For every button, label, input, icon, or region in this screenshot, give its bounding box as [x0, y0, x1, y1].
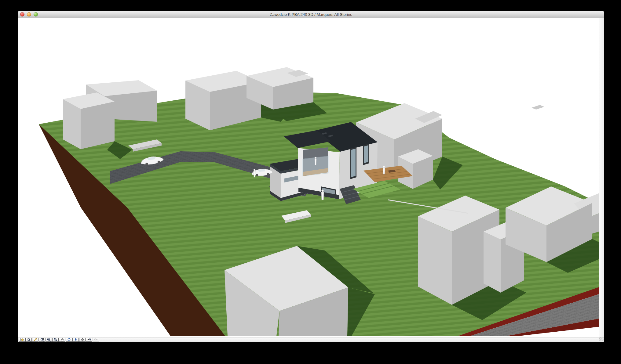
zoom-in-icon [47, 338, 51, 341]
resize-grip[interactable] [599, 337, 604, 341]
quick-options-icon [20, 338, 24, 341]
zoom-button[interactable] [34, 12, 38, 16]
scroll-hand-button[interactable] [59, 338, 65, 342]
content-area [18, 18, 604, 337]
navigation-toolbar [18, 337, 99, 342]
3d-viewport[interactable] [18, 18, 599, 337]
person-2[interactable] [321, 190, 324, 200]
3d-scene [18, 18, 599, 336]
distant-roof[interactable] [532, 105, 544, 110]
look-around-button[interactable] [79, 338, 86, 342]
look-around-icon [81, 338, 84, 341]
window-title: Zawodzie K PBA 240 3D / Marquee, All Sto… [270, 12, 352, 17]
titlebar[interactable]: Zawodzie K PBA 240 3D / Marquee, All Sto… [18, 11, 604, 18]
zoom-out-button[interactable] [52, 338, 59, 342]
zoom-icon [40, 338, 44, 341]
orbit-button[interactable] [66, 338, 72, 342]
window-controls [20, 11, 38, 18]
zoom-in-button[interactable] [46, 338, 52, 342]
next-zoom-button [93, 338, 99, 342]
pan-button[interactable] [32, 338, 38, 342]
person-3[interactable] [315, 157, 316, 165]
close-button[interactable] [20, 12, 24, 16]
minimize-button[interactable] [27, 12, 31, 16]
explore-button[interactable] [72, 338, 79, 342]
fit-in-window-icon [27, 338, 31, 341]
fit-in-window-button[interactable] [25, 338, 32, 342]
explore-icon [74, 338, 78, 341]
app-window: Zawodzie K PBA 240 3D / Marquee, All Sto… [18, 11, 604, 340]
zoom-out-icon [54, 338, 57, 341]
quick-options-button[interactable] [19, 338, 25, 342]
vertical-scrollbar[interactable] [599, 18, 604, 337]
person-1[interactable] [254, 169, 255, 177]
zoom-button[interactable] [39, 338, 45, 342]
person-4[interactable] [383, 166, 385, 174]
next-zoom-icon [94, 338, 98, 341]
previous-zoom-button[interactable] [86, 338, 92, 342]
orbit-icon [67, 338, 71, 341]
pan-icon [34, 338, 37, 341]
bottom-bar [18, 337, 604, 342]
previous-zoom-icon [87, 338, 91, 341]
scroll-hand-icon [60, 338, 64, 341]
